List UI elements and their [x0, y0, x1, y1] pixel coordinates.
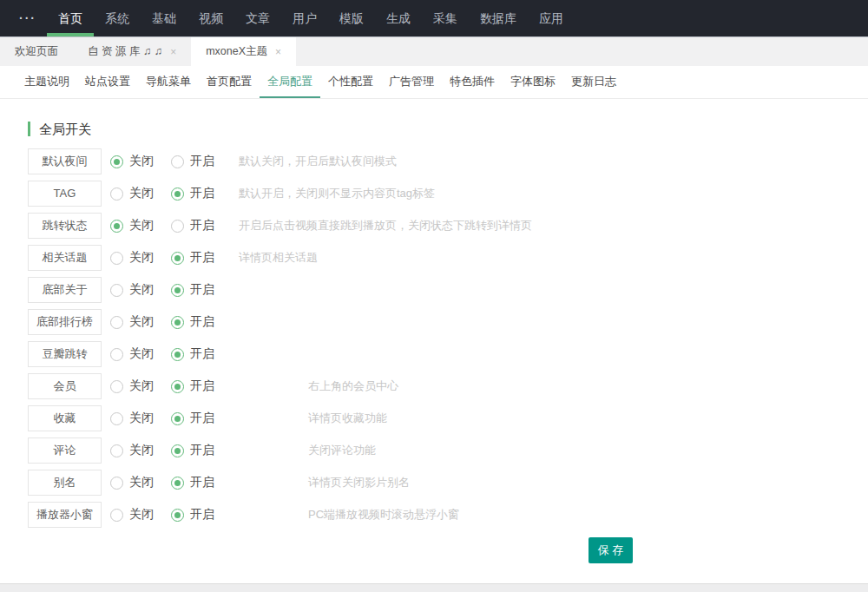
window-tab[interactable]: 欢迎页面: [0, 37, 73, 66]
radio-circle-icon: [171, 187, 184, 201]
radio-circle-icon: [171, 477, 184, 490]
radio-off[interactable]: 关闭: [110, 443, 171, 458]
horizontal-scrollbar[interactable]: [0, 583, 868, 592]
switch-row: 默认夜间 关闭 开启 默认关闭，开启后默认夜间模式: [28, 148, 868, 174]
top-nav-item[interactable]: 用户: [281, 0, 328, 36]
radio-on[interactable]: 开启: [171, 378, 232, 394]
radio-off[interactable]: 关闭: [110, 346, 171, 362]
subnav-item[interactable]: 广告管理: [381, 66, 442, 98]
radio-on[interactable]: 开启: [171, 186, 232, 201]
switch-radio-group: 关闭 开启: [110, 154, 232, 169]
save-button[interactable]: 保 存: [589, 537, 633, 563]
radio-circle-icon: [110, 187, 123, 201]
subnav-item[interactable]: 更新日志: [563, 66, 624, 98]
radio-off-label: 关闭: [129, 507, 154, 523]
radio-on-label: 开启: [190, 250, 214, 266]
radio-off-label: 关闭: [129, 346, 154, 362]
radio-circle-icon: [171, 220, 184, 233]
radio-on[interactable]: 开启: [171, 250, 232, 266]
window-tab-label: 欢迎页面: [15, 44, 58, 59]
subnav-item[interactable]: 特色插件: [442, 66, 503, 98]
radio-off[interactable]: 关闭: [110, 154, 171, 169]
radio-on-label: 开启: [190, 218, 214, 234]
top-nav-item[interactable]: 系统: [94, 0, 141, 36]
radio-circle-icon: [110, 509, 123, 522]
subnav-item[interactable]: 主题说明: [16, 66, 77, 98]
top-nav-item[interactable]: 视频: [187, 0, 234, 36]
switch-radio-group: 关闭 开启: [110, 186, 232, 201]
radio-off[interactable]: 关闭: [110, 378, 171, 394]
top-nav-item[interactable]: 首页: [47, 0, 94, 36]
radio-off[interactable]: 关闭: [110, 475, 171, 490]
close-icon[interactable]: ×: [170, 46, 176, 58]
radio-on[interactable]: 开启: [171, 314, 232, 330]
radio-on-label: 开启: [190, 411, 214, 426]
radio-off-label: 关闭: [129, 443, 154, 458]
switch-radio-group: 关闭 开启: [110, 282, 232, 298]
switch-label: 默认夜间: [28, 148, 102, 174]
radio-circle-icon: [171, 252, 184, 265]
radio-on-label: 开启: [190, 154, 214, 169]
radio-off[interactable]: 关闭: [110, 314, 171, 330]
radio-on[interactable]: 开启: [171, 154, 232, 169]
radio-off[interactable]: 关闭: [110, 186, 171, 201]
radio-on[interactable]: 开启: [171, 346, 232, 362]
subnav-item[interactable]: 全局配置: [260, 66, 320, 98]
top-nav-item[interactable]: 应用: [528, 0, 575, 36]
subnav-item[interactable]: 字体图标: [503, 66, 563, 98]
radio-circle-icon: [110, 252, 123, 265]
radio-off[interactable]: 关闭: [110, 507, 171, 523]
subnav-item[interactable]: 站点设置: [77, 66, 138, 98]
top-nav-item[interactable]: 生成: [375, 0, 422, 36]
top-nav-item[interactable]: 基础: [141, 0, 187, 36]
top-nav-item[interactable]: 采集: [422, 0, 469, 36]
radio-off-label: 关闭: [129, 378, 154, 394]
top-nav-item[interactable]: 文章: [234, 0, 281, 36]
top-nav-item[interactable]: 模版: [328, 0, 375, 36]
radio-circle-icon: [110, 477, 123, 490]
radio-off[interactable]: 关闭: [110, 218, 171, 234]
switch-description: PC端播放视频时滚动悬浮小窗: [308, 507, 459, 523]
window-tab[interactable]: 自 资 源 库 ♫ ♫ ×: [73, 37, 191, 66]
radio-on[interactable]: 开启: [171, 443, 232, 458]
switch-radio-group: 关闭 开启: [110, 443, 232, 458]
radio-circle-icon: [110, 380, 123, 393]
radio-on[interactable]: 开启: [171, 282, 232, 298]
switch-label: 评论: [28, 437, 102, 464]
section-title: 全局开关: [28, 122, 868, 136]
radio-on-label: 开启: [190, 443, 214, 458]
top-nav-item[interactable]: 数据库: [469, 0, 528, 36]
radio-circle-icon: [110, 444, 123, 457]
switch-radio-group: 关闭 开启: [110, 507, 232, 523]
top-navbar: ··· 首页 系统 基础 视频 文章 用户 模版 生成 采集 数据库 应用: [0, 0, 868, 36]
more-menu-icon[interactable]: ···: [19, 0, 36, 36]
radio-on[interactable]: 开启: [171, 475, 232, 490]
radio-on[interactable]: 开启: [171, 218, 232, 234]
radio-off-label: 关闭: [129, 282, 154, 298]
switch-row: 相关话题 关闭 开启 详情页相关话题: [28, 245, 868, 271]
radio-off[interactable]: 关闭: [110, 282, 171, 298]
radio-off[interactable]: 关闭: [110, 250, 171, 266]
radio-off-label: 关闭: [129, 475, 154, 490]
radio-circle-icon: [171, 316, 184, 329]
radio-on[interactable]: 开启: [171, 411, 232, 426]
switch-label: 底部排行榜: [28, 309, 102, 335]
switch-radio-group: 关闭 开启: [110, 411, 232, 426]
radio-on[interactable]: 开启: [171, 507, 232, 523]
close-icon[interactable]: ×: [275, 46, 281, 58]
radio-off-label: 关闭: [129, 314, 154, 330]
window-tab-label: 自 资 源 库 ♫ ♫: [88, 44, 162, 59]
subnav-item[interactable]: 个性配置: [320, 66, 381, 98]
radio-off[interactable]: 关闭: [110, 411, 171, 426]
switch-row: 播放器小窗 关闭 开启 PC端播放视频时滚动悬浮小窗: [28, 502, 868, 528]
switch-label: 跳转状态: [28, 213, 102, 239]
subnav-item[interactable]: 首页配置: [199, 66, 260, 98]
switch-row: 豆瓣跳转 关闭 开启: [28, 341, 868, 367]
window-tab[interactable]: mxoneX主题 ×: [191, 37, 296, 66]
window-tabbar: 欢迎页面 自 资 源 库 ♫ ♫ × mxoneX主题 ×: [0, 36, 868, 66]
switch-description: 详情页关闭影片别名: [308, 475, 410, 490]
radio-circle-icon: [110, 284, 123, 297]
switch-radio-group: 关闭 开启: [110, 475, 232, 490]
subnav-item[interactable]: 导航菜单: [138, 66, 199, 98]
switch-row: 底部排行榜 关闭 开启: [28, 309, 868, 335]
